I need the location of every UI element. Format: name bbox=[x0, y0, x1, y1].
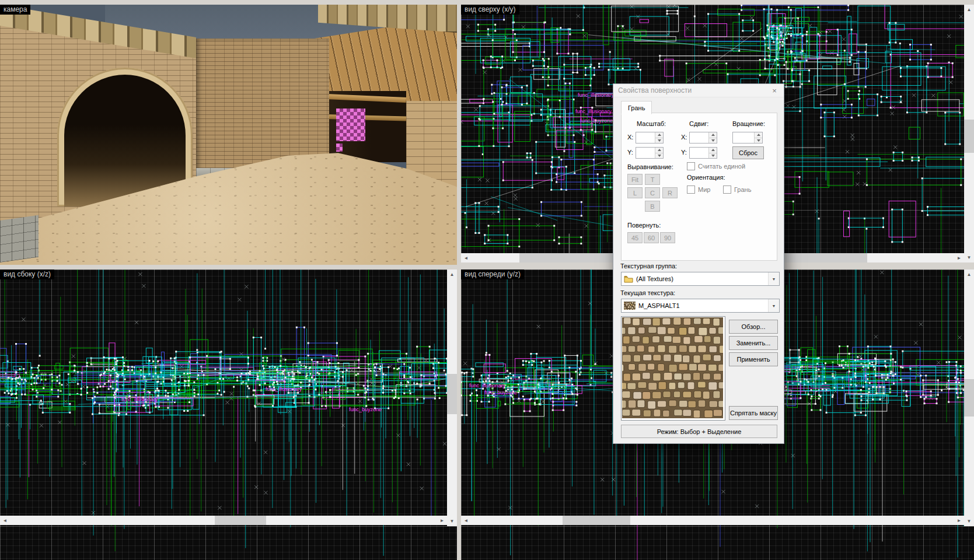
splitter-vertical[interactable] bbox=[457, 5, 461, 560]
reset-button[interactable]: Сброс bbox=[732, 146, 764, 159]
scroll-right-button[interactable]: ► bbox=[954, 253, 964, 262]
scrollbar-vertical-front-view[interactable]: ▲ ▼ bbox=[964, 270, 974, 526]
texture-group-value: (All Textures) bbox=[636, 275, 673, 282]
svg-text:func_illusionary: func_illusionary bbox=[266, 386, 302, 392]
spinner-buttons[interactable] bbox=[708, 148, 717, 158]
scroll-left-icon: ◄ bbox=[3, 518, 8, 523]
world-orientation-checkbox[interactable]: Мир bbox=[687, 186, 710, 194]
scrollbar-track[interactable] bbox=[447, 279, 457, 516]
scroll-left-button[interactable]: ◄ bbox=[461, 516, 471, 525]
mode-bar-button[interactable]: Режим: Выбор + Выделение bbox=[621, 425, 777, 438]
browse-button[interactable]: Обзор... bbox=[729, 320, 778, 334]
apply-button[interactable]: Применить bbox=[729, 352, 778, 366]
viewport-label-side: вид сбоку (x/z) bbox=[0, 270, 54, 279]
align-bottom-button[interactable]: B bbox=[645, 201, 660, 212]
texture-preview bbox=[621, 316, 725, 421]
checkbox-box[interactable] bbox=[687, 162, 695, 170]
scroll-left-button[interactable]: ◄ bbox=[0, 516, 10, 525]
scroll-up-icon: ▲ bbox=[450, 272, 455, 277]
scrollbar-horizontal-front-view[interactable]: ◄ ► bbox=[461, 516, 964, 525]
dropdown-arrow-icon[interactable]: ▼ bbox=[768, 272, 779, 285]
texture-group-select[interactable]: (All Textures) ▼ bbox=[621, 272, 780, 286]
close-icon[interactable]: × bbox=[766, 85, 783, 96]
spinner-buttons[interactable] bbox=[655, 132, 663, 143]
scroll-up-button[interactable]: ▲ bbox=[964, 270, 974, 279]
scroll-left-button[interactable]: ◄ bbox=[461, 253, 471, 262]
scrollbar-track[interactable] bbox=[964, 279, 974, 516]
scrollbar-thumb[interactable] bbox=[563, 516, 630, 525]
window-top-strip bbox=[0, 0, 974, 5]
dialog-title: Свойства поверхности bbox=[618, 86, 692, 94]
shift-x-input[interactable] bbox=[689, 132, 717, 144]
scroll-right-icon: ► bbox=[957, 256, 962, 261]
rotate-90-button[interactable]: 90 bbox=[660, 232, 675, 243]
scroll-right-button[interactable]: ► bbox=[954, 516, 964, 525]
scrollbar-track[interactable] bbox=[964, 15, 974, 253]
shift-x-label: X: bbox=[681, 134, 687, 141]
spinner-buttons[interactable] bbox=[708, 132, 717, 143]
checkbox-box[interactable] bbox=[687, 186, 695, 194]
scrollbar-horizontal-side-view[interactable]: ◄ ► bbox=[0, 516, 447, 525]
align-top-button[interactable]: T bbox=[645, 174, 660, 185]
rotate-60-button[interactable]: 60 bbox=[644, 232, 659, 243]
shift-y-input[interactable] bbox=[689, 147, 717, 159]
svg-text:func_illusionary: func_illusionary bbox=[575, 108, 612, 114]
scroll-left-icon: ◄ bbox=[464, 518, 469, 523]
align-left-button[interactable]: L bbox=[627, 187, 643, 198]
tab-face[interactable]: Грань bbox=[621, 101, 652, 114]
svg-text:func_buyzone: func_buyzone bbox=[580, 118, 613, 124]
rotation-label: Вращение: bbox=[732, 120, 765, 127]
current-texture-value: M_ASPHALT1 bbox=[638, 302, 680, 309]
scroll-down-button[interactable]: ▼ bbox=[447, 516, 457, 526]
viewport-label-top: вид сверху (x/y) bbox=[461, 5, 519, 15]
texture-group-label: Текстурная группа: bbox=[620, 262, 677, 270]
scrollbar-track[interactable] bbox=[10, 516, 437, 525]
scale-x-input[interactable] bbox=[636, 132, 664, 144]
scroll-up-icon: ▲ bbox=[967, 272, 972, 277]
hide-mask-button[interactable]: Спрятать маску bbox=[729, 406, 778, 420]
scroll-down-icon: ▼ bbox=[450, 519, 455, 524]
treat-as-one-label: Считать единой bbox=[698, 163, 745, 170]
align-right-button[interactable]: R bbox=[662, 187, 678, 198]
dropdown-arrow-icon[interactable]: ▼ bbox=[768, 299, 779, 312]
scroll-right-icon: ► bbox=[440, 518, 445, 523]
current-texture-select[interactable]: M_ASPHALT1 ▼ bbox=[621, 299, 780, 313]
scroll-up-button[interactable]: ▲ bbox=[447, 270, 457, 279]
scrollbar-thumb[interactable] bbox=[964, 379, 974, 417]
scroll-right-icon: ► bbox=[957, 518, 962, 523]
viewport-side-2d[interactable]: func_illusionaryfunc_buyzonefunc_illusio… bbox=[0, 270, 457, 560]
scroll-up-button[interactable]: ▲ bbox=[964, 5, 974, 15]
scrollbar-thumb[interactable] bbox=[964, 120, 974, 153]
svg-text:func_illusionary: func_illusionary bbox=[578, 92, 615, 98]
scroll-down-button[interactable]: ▼ bbox=[964, 516, 974, 526]
scroll-down-button[interactable]: ▼ bbox=[964, 253, 974, 262]
checkbox-box[interactable] bbox=[723, 186, 731, 194]
scrollbar-track[interactable] bbox=[471, 516, 954, 525]
treat-as-one-checkbox[interactable]: Считать единой bbox=[687, 162, 745, 170]
scrollbar-vertical-top-view[interactable]: ▲ ▼ bbox=[964, 5, 974, 262]
scrollbar-thumb[interactable] bbox=[215, 516, 266, 525]
splitter-horizontal-left[interactable] bbox=[0, 265, 457, 270]
left-wall-trim bbox=[0, 215, 39, 262]
align-fit-button[interactable]: Fit bbox=[627, 174, 643, 185]
spinner-buttons[interactable] bbox=[655, 148, 663, 158]
spinner-buttons[interactable] bbox=[754, 132, 762, 143]
world-label: Мир bbox=[698, 186, 710, 193]
scrollbar-vertical-side-view[interactable]: ▲ ▼ bbox=[447, 270, 457, 526]
scroll-left-icon: ◄ bbox=[464, 256, 469, 261]
align-center-button[interactable]: C bbox=[645, 187, 660, 198]
scrollbar-thumb[interactable] bbox=[447, 374, 457, 414]
tab-page-face: Масштаб: Сдвиг: Вращение: X: X: Y: Y: bbox=[621, 113, 777, 261]
rotation-input[interactable] bbox=[732, 132, 763, 144]
svg-text:func_illusionary: func_illusionary bbox=[121, 397, 158, 402]
dialog-titlebar[interactable]: Свойства поверхности bbox=[613, 84, 784, 97]
scroll-right-button[interactable]: ► bbox=[437, 516, 447, 525]
pink-mask-small bbox=[336, 144, 343, 152]
svg-text:func_illusionary: func_illusionary bbox=[469, 383, 506, 388]
rotate-45-button[interactable]: 45 bbox=[627, 232, 643, 243]
scroll-down-icon: ▼ bbox=[967, 519, 972, 524]
face-orientation-checkbox[interactable]: Грань bbox=[723, 186, 751, 194]
viewport-camera-3d[interactable]: камера bbox=[0, 5, 457, 265]
replace-button[interactable]: Заменить... bbox=[729, 336, 778, 350]
scale-y-input[interactable] bbox=[636, 147, 664, 159]
